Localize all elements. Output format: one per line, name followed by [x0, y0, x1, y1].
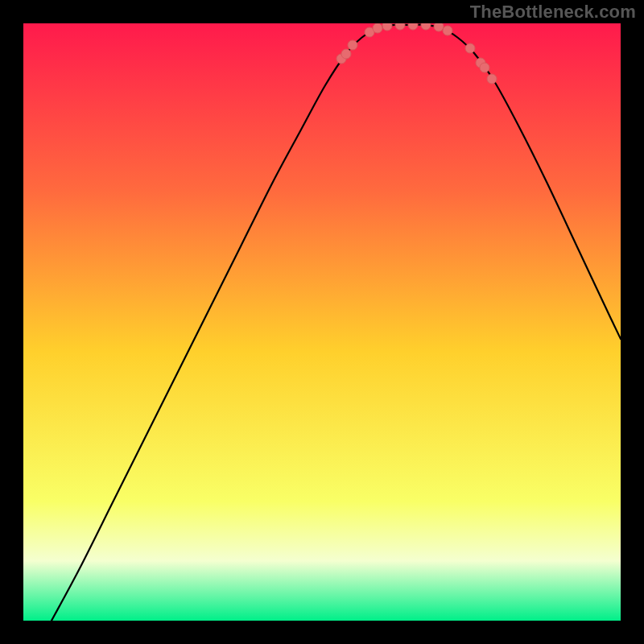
chart-svg: [23, 23, 621, 621]
curve-marker: [373, 23, 382, 33]
curve-marker: [480, 63, 489, 72]
curve-marker: [382, 23, 392, 31]
curve-marker: [443, 26, 452, 35]
curve-marker: [341, 49, 351, 59]
gradient-background: [23, 23, 621, 621]
curve-marker: [408, 23, 418, 30]
curve-marker: [395, 23, 405, 30]
curve-marker: [421, 23, 431, 30]
watermark-text: TheBottleneck.com: [470, 2, 636, 23]
plot-area: [23, 23, 621, 621]
chart-stage: { "watermark": "TheBottleneck.com", "col…: [0, 0, 644, 644]
curve-marker: [465, 43, 475, 53]
curve-marker: [348, 40, 357, 50]
curve-marker: [434, 23, 444, 31]
curve-marker: [487, 74, 497, 84]
